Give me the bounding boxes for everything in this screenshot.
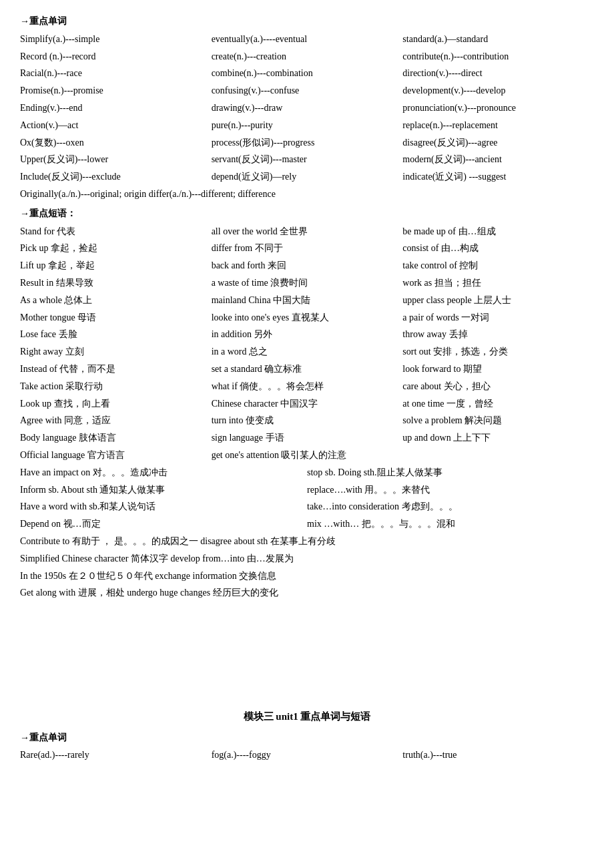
vocab-cell: Upper(反义词)---lower (20, 151, 212, 168)
vocab-cell: create(n.)---creation (212, 48, 403, 65)
phrase-complex: Contribute to 有助于 ， 是。。。的成因之一 disagree a… (20, 533, 594, 602)
vocab-cell: Record (n.)---record (20, 48, 212, 65)
phrase-cell: sort out 安排，拣选，分类 (402, 343, 594, 361)
vocab-cell: Promise(n.)---promise (20, 82, 212, 99)
vocab-full-row: Originally(a./n.)---original; origin dif… (20, 186, 594, 203)
vocab-cell: confusing(v.)---confuse (212, 82, 403, 99)
phrase-cell: Instead of 代替，而不是 (20, 361, 212, 378)
vocab-section-header: →重点单词 (20, 13, 594, 29)
phrase-cell: Agree with 同意，适应 (20, 412, 212, 429)
phrase-cell: mainland China 中国大陆 (212, 292, 403, 309)
phrase-two-cell: Depend on 视…而定 (20, 515, 307, 533)
phrase-cell: Stand for 代表 (20, 223, 212, 240)
phrase-two-cell: stop sb. Doing sth.阻止某人做某事 (307, 464, 594, 481)
page-content: →重点单词 Simplify(a.)---simpleeventually(a.… (20, 13, 594, 764)
phrase-cell: Official language 官方语言 (20, 447, 212, 464)
phrase-two-cell: replace….with 用。。。来替代 (307, 481, 594, 499)
phrase-cell: Take action 采取行动 (20, 378, 212, 395)
vocab-cell: combine(n.)---combination (212, 65, 403, 82)
vocab-cell: development(v.)----develop (402, 82, 594, 99)
vocab-cell: Simplify(a.)---simple (20, 31, 212, 48)
phrase-complex-row: Contribute to 有助于 ， 是。。。的成因之一 disagree a… (20, 533, 594, 550)
vocab2-cell: Rare(ad.)----rarely (20, 746, 212, 764)
phrase-cell: Right away 立刻 (20, 343, 212, 361)
phrase-two-cell: Inform sb. About sth 通知某人做某事 (20, 481, 307, 499)
vocab-cell: Include(反义词)---exclude (20, 168, 212, 186)
phrase-cell: set a standard 确立标准 (212, 361, 403, 378)
phrase-table: Stand for 代表all over the world 全世界be mad… (20, 223, 594, 464)
phrase-cell: upper class people 上层人士 (402, 292, 594, 309)
phrase-cell: Lift up 拿起，举起 (20, 257, 212, 274)
phrase-two-cell: mix …with… 把。。。与。。。混和 (307, 515, 594, 533)
phrase-cell: looke into one's eyes 直视某人 (212, 309, 403, 327)
phrase-cell: Result in 结果导致 (20, 274, 212, 292)
phrase-cell: turn into 使变成 (212, 412, 403, 429)
vocab-cell: servant(反义词)---master (212, 151, 403, 168)
phrase-cell: sign language 手语 (212, 429, 403, 447)
vocab-table: Simplify(a.)---simpleeventually(a.)----e… (20, 31, 594, 186)
phrase-cell: at one time 一度，曾经 (402, 395, 594, 413)
vocab-cell: depend(近义词)—rely (212, 168, 403, 186)
vocab-cell: Ox(复数)---oxen (20, 134, 212, 152)
phrase-two-col: Have an impact on 对。。。造成冲击stop sb. Doing… (20, 464, 594, 533)
vocab-cell: replace(n.)---replacement (402, 117, 594, 134)
vocab2-cell: fog(a.)----foggy (212, 746, 403, 764)
phrase-two-cell: Have a word with sb.和某人说句话 (20, 498, 307, 515)
vocab-cell: pure(n.)---purity (212, 117, 403, 134)
vocab-cell: Ending(v.)---end (20, 99, 212, 117)
vocab-cell: process(形似词)---progress (212, 134, 403, 152)
phrase-cell: care about 关心，担心 (402, 378, 594, 395)
vocab-cell: direction(v.)----direct (402, 65, 594, 82)
vocab-cell: eventually(a.)----eventual (212, 31, 403, 48)
phrase-cell: look forward to 期望 (402, 361, 594, 378)
vocab-table2: Rare(ad.)----rarelyfog(a.)----foggytruth… (20, 746, 594, 764)
blank-space (20, 602, 594, 682)
phrase-complex-row: Simplified Chinese character 简体汉字 develo… (20, 550, 594, 568)
phrase-cell (402, 447, 594, 464)
phrase-cell: all over the world 全世界 (212, 223, 403, 240)
phrase-cell: in a word 总之 (212, 343, 403, 361)
phrase-cell: get one's attention 吸引某人的注意 (212, 447, 403, 464)
phrase-two-cell: take…into consideration 考虑到。。。 (307, 498, 594, 515)
phrase-cell: Mother tongue 母语 (20, 309, 212, 327)
phrase-two-cell: Have an impact on 对。。。造成冲击 (20, 464, 307, 481)
phrase-cell: take control of 控制 (402, 257, 594, 274)
vocab2-cell: truth(a.)---true (402, 746, 594, 764)
vocab-cell: pronunciation(v.)---pronounce (402, 99, 594, 117)
phrase-cell: work as 担当；担任 (402, 274, 594, 292)
phrase-cell: As a whole 总体上 (20, 292, 212, 309)
phrase-section-header: →重点短语： (20, 206, 594, 222)
phrase-cell: up and down 上上下下 (402, 429, 594, 447)
phrase-cell: solve a problem 解决问题 (402, 412, 594, 429)
phrase-cell: a pair of words 一对词 (402, 309, 594, 327)
vocab-cell: modern(反义词)---ancient (402, 151, 594, 168)
phrase-cell: back and forth 来回 (212, 257, 403, 274)
phrase-cell: what if 倘使。。。将会怎样 (212, 378, 403, 395)
phrase-cell: Body language 肢体语言 (20, 429, 212, 447)
vocab-cell: drawing(v.)---draw (212, 99, 403, 117)
vocab-section-header2: →重点单词 (20, 730, 594, 746)
vocab-cell: indicate(近义词) ---suggest (402, 168, 594, 186)
phrase-cell: be made up of 由…组成 (402, 223, 594, 240)
phrase-complex-row: In the 1950s 在２０世纪５０年代 exchange informat… (20, 568, 594, 585)
vocab-cell: Racial(n.)---race (20, 65, 212, 82)
phrase-cell: throw away 丢掉 (402, 326, 594, 343)
vocab-cell: Action(v.)—act (20, 117, 212, 134)
phrase-cell: Chinese character 中国汉字 (212, 395, 403, 413)
phrase-cell: Lose face 丢脸 (20, 326, 212, 343)
phrase-complex-row: Get along with 进展，相处 undergo huge change… (20, 584, 594, 602)
vocab-cell: standard(a.)—standard (402, 31, 594, 48)
phrase-cell: differ from 不同于 (212, 240, 403, 257)
phrase-cell: Look up 查找，向上看 (20, 395, 212, 413)
phrase-cell: a waste of time 浪费时间 (212, 274, 403, 292)
vocab-cell: disagree(反义词)---agree (402, 134, 594, 152)
phrase-cell: Pick up 拿起，捡起 (20, 240, 212, 257)
vocab-cell: contribute(n.)---contribution (402, 48, 594, 65)
phrase-cell: consist of 由…构成 (402, 240, 594, 257)
phrase-cell: in addition 另外 (212, 326, 403, 343)
module-title: 模块三 unit1 重点单词与短语 (20, 708, 594, 726)
